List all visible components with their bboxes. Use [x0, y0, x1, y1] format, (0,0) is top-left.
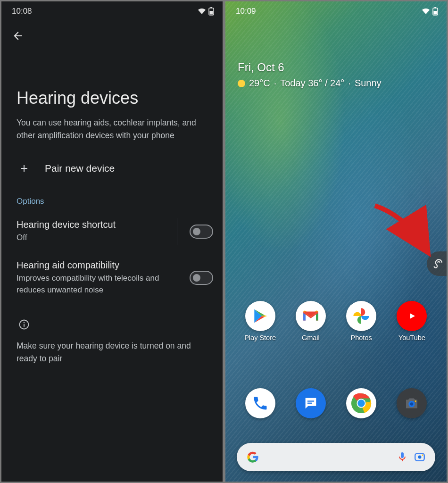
widget-condition: Sunny — [355, 78, 382, 89]
hearing-aid-compatibility-toggle[interactable] — [190, 271, 213, 285]
ear-icon — [431, 258, 443, 270]
app-messages[interactable] — [287, 388, 334, 418]
youtube-icon — [397, 301, 427, 331]
hearing-aid-compatibility-title: Hearing aid compatibility — [17, 260, 184, 271]
battery-icon — [432, 7, 438, 16]
sun-icon — [238, 80, 245, 87]
app-chrome[interactable] — [338, 388, 385, 418]
svg-rect-2 — [210, 11, 213, 15]
widget-forecast: Today 36° / 24° — [280, 78, 344, 89]
svg-point-5 — [24, 322, 25, 323]
options-header: Options — [1, 183, 223, 211]
hearing-device-shortcut-row[interactable]: Hearing device shortcut Off — [1, 211, 223, 252]
svg-rect-1 — [210, 7, 212, 8]
phone-icon — [245, 388, 275, 418]
hearing-aid-compatibility-row[interactable]: Hearing aid compatibility Improves compa… — [1, 252, 223, 303]
svg-rect-8 — [434, 11, 437, 15]
wifi-icon — [421, 8, 431, 15]
status-icons — [197, 7, 214, 16]
battery-icon — [208, 7, 214, 16]
app-photos[interactable]: Photos — [338, 301, 385, 341]
home-screen: 10:09 Fri, Oct 6 29°C · Today 36° / 24° … — [225, 1, 447, 482]
hearing-device-shortcut-title: Hearing device shortcut — [17, 219, 171, 230]
status-bar: 10:09 — [225, 1, 447, 20]
info-text: Make sure your hearing device is turned … — [1, 330, 223, 365]
app-label: Gmail — [302, 334, 320, 341]
svg-rect-10 — [307, 403, 312, 404]
app-camera[interactable] — [388, 388, 435, 418]
apps-row: Play Store Gmail Photos YouTube — [225, 301, 447, 341]
at-a-glance-widget[interactable]: Fri, Oct 6 29°C · Today 36° / 24° · Sunn… — [225, 20, 447, 89]
svg-point-18 — [418, 456, 422, 459]
plus-icon — [18, 163, 30, 174]
app-gmail[interactable]: Gmail — [287, 301, 334, 341]
wifi-icon — [197, 8, 207, 15]
play-store-icon — [245, 301, 275, 331]
info-icon — [1, 304, 223, 330]
settings-hearing-devices-screen: 10:08 Hearing devices You can use hearin… — [1, 1, 223, 482]
pair-new-device-button[interactable]: Pair new device — [1, 154, 223, 183]
divider — [177, 218, 177, 245]
hearing-aid-compatibility-sub: Improves compatibility with telecoils an… — [17, 273, 184, 296]
lens-icon[interactable] — [414, 451, 426, 463]
search-bar[interactable] — [237, 443, 435, 471]
app-play-store[interactable]: Play Store — [237, 301, 284, 341]
widget-weather: 29°C · Today 36° / 24° · Sunny — [238, 78, 436, 89]
hearing-device-shortcut-toggle[interactable] — [190, 225, 213, 239]
app-label: Photos — [351, 334, 372, 341]
hearing-device-shortcut-sub: Off — [17, 232, 171, 244]
page-title: Hearing devices — [1, 47, 223, 117]
status-time: 10:08 — [12, 7, 32, 16]
camera-icon — [397, 388, 427, 418]
widget-temp: 29°C — [249, 78, 270, 89]
back-button[interactable] — [1, 20, 223, 47]
pair-new-device-label: Pair new device — [45, 163, 115, 174]
dock — [225, 388, 447, 418]
annotation-arrow — [370, 202, 431, 258]
gmail-icon — [296, 301, 326, 331]
page-subtitle: You can use hearing aids, cochlear impla… — [1, 117, 223, 154]
svg-rect-9 — [307, 400, 314, 401]
widget-date: Fri, Oct 6 — [238, 61, 436, 74]
status-icons — [421, 7, 438, 16]
status-time: 10:09 — [236, 7, 256, 16]
svg-rect-7 — [434, 7, 436, 8]
back-arrow-icon — [12, 30, 24, 42]
svg-rect-19 — [422, 455, 423, 456]
photos-icon — [346, 301, 376, 331]
svg-point-15 — [410, 402, 414, 406]
app-phone[interactable] — [237, 388, 284, 418]
svg-point-13 — [357, 400, 365, 407]
mic-icon[interactable] — [397, 451, 408, 463]
google-g-icon — [246, 450, 259, 464]
app-label: Play Store — [244, 334, 276, 341]
app-label: YouTube — [398, 334, 425, 341]
messages-icon — [296, 388, 326, 418]
app-youtube[interactable]: YouTube — [388, 301, 435, 341]
status-bar: 10:08 — [1, 1, 223, 20]
hearing-shortcut-bubble[interactable] — [427, 251, 447, 276]
chrome-icon — [346, 388, 376, 418]
svg-point-16 — [415, 400, 416, 402]
svg-rect-4 — [24, 324, 25, 327]
